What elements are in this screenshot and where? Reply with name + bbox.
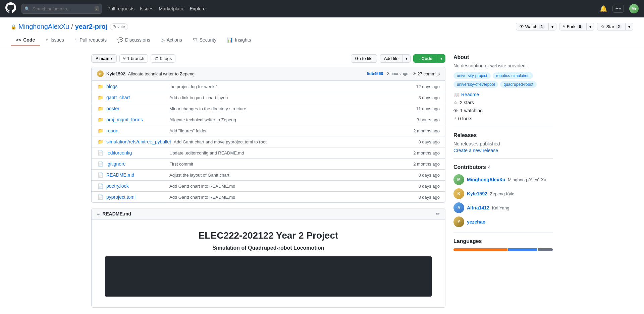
file-name-poetry[interactable]: poetry.lock [106,183,167,189]
nav-pull-requests[interactable]: Pull requests [107,6,135,11]
commit-hash-link[interactable]: 5db4568 [367,71,383,76]
file-time-pyproject: 8 days ago [418,195,440,200]
branch-selector[interactable]: ⑂ main ▾ [91,54,117,63]
contributor-name-kyle[interactable]: Kyle1592 [467,191,487,196]
add-file-button[interactable]: Add file [380,54,402,63]
tab-issues[interactable]: ○ Issues [40,35,69,46]
forks-link[interactable]: 0 forks [458,116,472,121]
contributor-avatar-yezehao: Y [453,216,464,227]
notification-icon[interactable]: 🔔 [600,5,607,12]
tab-pull-requests[interactable]: ⑂ Pull requests [69,35,112,46]
github-logo[interactable] [5,2,16,15]
main-content: ⑂ main ▾ ⑂ 1 branch 🏷 0 tags Go to file … [80,46,564,314]
new-item-button[interactable]: + ▾ [612,5,624,13]
add-file-arrow[interactable]: ▾ [402,54,411,63]
tags-count-link[interactable]: 🏷 0 tags [151,54,175,63]
no-releases-text: No releases published [453,141,553,146]
code-arrow[interactable]: ▾ [437,54,445,63]
contributor-name-yezehao[interactable]: yezehao [467,219,485,225]
contributor-name-minghong[interactable]: MinghongAlexXu [467,177,505,182]
commit-user-link[interactable]: Kyle1592 [106,71,125,76]
file-name-poster[interactable]: poster [106,106,167,111]
topic-tag-quadruped[interactable]: quadruped-robot [500,81,537,88]
stat-stars: ☆ 2 stars [453,100,553,105]
tab-insights[interactable]: 📊 Insights [222,35,256,46]
search-box[interactable]: 🔍 / [21,4,102,14]
go-to-file-button[interactable]: Go to file [351,54,377,63]
languages-bar [453,248,553,251]
code-tab-icon: <> [16,38,21,43]
file-commit-poetry: Add Gantt chart into README.md [169,184,416,189]
branch-count-link[interactable]: ⑂ 1 branch [119,54,148,63]
repo-owner-link[interactable]: MinghongAlexXu [18,23,69,30]
lang-segment-python [453,248,507,251]
file-name-report[interactable]: report [106,128,167,133]
fork-icon: ⑂ [563,24,566,29]
tab-actions[interactable]: ▷ Actions [156,35,187,46]
code-button[interactable]: ↓ Code [413,54,437,63]
file-time-gantt: 8 days ago [418,95,440,100]
fork-button[interactable]: ⑂ Fork 0 [559,23,587,30]
watch-button[interactable]: 👁 Watch 1 [516,23,548,30]
stars-link[interactable]: 2 stars [460,100,474,105]
nav-issues[interactable]: Issues [140,6,153,11]
user-avatar[interactable]: M ▾ [629,4,639,13]
create-release-link[interactable]: Create a new release [453,148,498,153]
star-arrow[interactable]: ▾ [625,23,633,30]
file-commit-poster: Minor changes to the directory structure [169,106,413,111]
security-tab-icon: 🛡 [193,37,198,43]
watch-arrow[interactable]: ▾ [548,23,556,30]
fork-arrow[interactable]: ▾ [586,23,594,30]
file-name-simulation[interactable]: simulation/refs/unitree_pybullet [106,139,171,144]
file-commit-report: Add "figures" folder [169,128,411,133]
search-input[interactable] [33,6,92,11]
file-table: 📁 blogs the project log for week 1 12 da… [91,81,445,203]
folder-icon: 📁 [97,106,104,111]
tab-code[interactable]: <> Code [11,35,40,46]
file-name-gantt[interactable]: gantt_chart [106,95,167,100]
file-time-blogs: 12 days ago [416,84,440,89]
file-name-gitignore[interactable]: .gitignore [106,161,167,167]
file-row-blogs: 📁 blogs the project log for week 1 12 da… [92,81,445,92]
file-time-gitignore: 2 months ago [413,162,440,167]
tab-security[interactable]: 🛡 Security [187,35,222,46]
readme-body: ELEC222-202122 Year 2 Project Simulation… [92,219,445,307]
topnav-links: Pull requests Issues Marketplace Explore [107,6,206,11]
topic-tag-liverpool[interactable]: university-of-liverpool [453,81,498,88]
edit-readme-button[interactable]: ✏ [436,211,440,216]
nav-marketplace[interactable]: Marketplace [159,6,184,11]
file-name-editorconfig[interactable]: .editorconfig [106,150,167,155]
nav-explore[interactable]: Explore [190,6,206,11]
contributor-avatar-altria: A [453,202,464,213]
topic-tag-robotics[interactable]: robotics-simulation [493,72,533,79]
readme-link[interactable]: Readme [461,92,479,97]
tab-discussions[interactable]: 💬 Discussions [112,35,156,46]
file-name-readme[interactable]: README.md [106,172,167,178]
contributor-realname-altria: Kai Yang [492,205,509,210]
repo-name-link[interactable]: year2-proj [75,23,108,30]
branches-icon: ⑂ [123,56,126,61]
stat-readme: 📖 Readme [453,92,553,97]
repo-action-buttons: 👁 Watch 1 ▾ ⑂ Fork 0 ▾ ☆ Star [516,23,633,30]
about-title: About [453,54,553,60]
commits-history-link[interactable]: ⟳ 27 commits [413,71,440,76]
languages-title: Languages [453,238,553,244]
file-name-blogs[interactable]: blogs [106,84,167,89]
table-row: 📄 .gitignore First commit 2 months ago [92,158,445,169]
file-icon: 📄 [97,150,104,155]
topic-tag-university-project[interactable]: university-project [453,72,491,79]
contributor-row-yezehao: Y yezehao [453,216,553,227]
insights-tab-icon: 📊 [227,37,233,43]
code-button-group: ↓ Code ▾ [413,54,445,63]
star-button[interactable]: ☆ Star 2 [597,23,625,30]
watching-link[interactable]: 1 watching [460,108,483,113]
topic-tags: university-project robotics-simulation u… [453,72,553,88]
commit-message: Allocate technical writer to Zepeng [128,71,195,76]
table-row: 📁 gantt_chart Add a link in gantt_chart.… [92,92,445,103]
file-commit-gantt: Add a link in gantt_chart.ipynb [169,95,416,100]
sidebar: About No description or website provided… [453,54,553,313]
contributor-name-altria[interactable]: Altria1412 [467,205,489,210]
file-name-pyproject[interactable]: pyproject.toml [106,194,167,200]
file-time-poetry: 8 days ago [418,184,440,189]
file-name-proj[interactable]: proj_mgmt_forms [106,117,167,122]
